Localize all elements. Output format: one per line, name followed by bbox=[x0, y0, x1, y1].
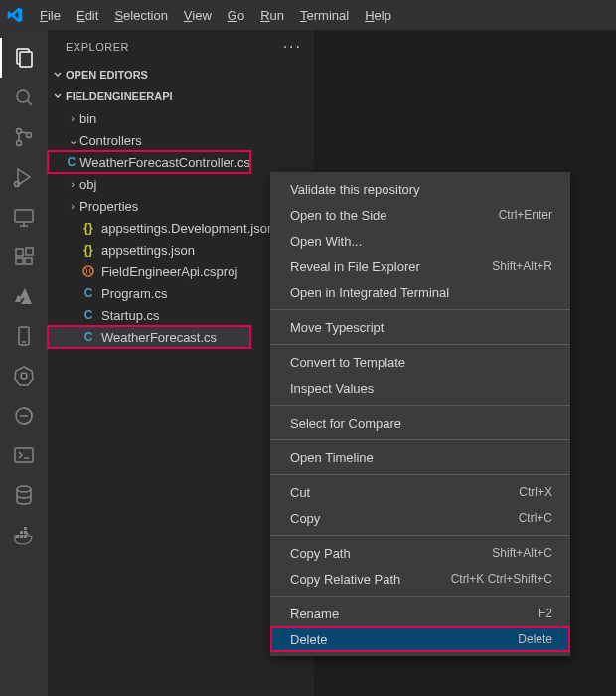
activity-device[interactable] bbox=[0, 316, 48, 356]
chevron-down-icon bbox=[52, 69, 66, 81]
menu-go[interactable]: Go bbox=[220, 4, 252, 27]
activity-extensions[interactable] bbox=[0, 237, 48, 276]
svg-marker-17 bbox=[15, 367, 33, 385]
activity-terminal-panel[interactable] bbox=[0, 435, 48, 475]
activity-remote-explorer[interactable] bbox=[0, 197, 48, 237]
svg-point-18 bbox=[21, 373, 27, 379]
svg-point-7 bbox=[15, 182, 20, 187]
context-menu: Validate this repository Open to the Sid… bbox=[270, 172, 570, 656]
svg-rect-12 bbox=[16, 258, 23, 264]
activity-azure[interactable] bbox=[0, 276, 48, 316]
menu-edit[interactable]: Edit bbox=[69, 4, 106, 27]
project-section[interactable]: FIELDENGINEERAPI bbox=[48, 86, 314, 107]
svg-rect-14 bbox=[26, 248, 33, 255]
separator bbox=[270, 309, 570, 310]
open-editors-section[interactable]: OPEN EDITORS bbox=[48, 64, 314, 86]
menu-terminal[interactable]: Terminal bbox=[292, 4, 357, 27]
activity-source-control[interactable] bbox=[0, 117, 48, 157]
chevron-right-icon: › bbox=[66, 200, 79, 212]
activity-docker[interactable] bbox=[0, 515, 48, 555]
svg-rect-13 bbox=[25, 258, 32, 264]
file-weather-controller[interactable]: · C WeatherForecastController.cs bbox=[48, 151, 250, 173]
ctx-move-typescript[interactable]: Move Typescript bbox=[270, 314, 570, 340]
menu-run[interactable]: Run bbox=[252, 4, 292, 27]
activity-run-debug[interactable] bbox=[0, 157, 48, 197]
file-weather-forecast[interactable]: · C WeatherForecast.cs bbox=[48, 326, 250, 348]
ctx-convert-template[interactable]: Convert to Template bbox=[270, 349, 570, 375]
csharp-file-icon: C bbox=[79, 308, 97, 322]
activity-explorer[interactable] bbox=[0, 38, 48, 78]
ctx-rename[interactable]: RenameF2 bbox=[270, 601, 570, 626]
csharp-file-icon: C bbox=[79, 330, 97, 344]
svg-point-2 bbox=[17, 90, 29, 102]
menu-file[interactable]: File bbox=[32, 4, 69, 27]
menu-selection[interactable]: Selection bbox=[106, 4, 175, 27]
svg-rect-20 bbox=[15, 448, 33, 462]
explorer-header: EXPLORER ··· bbox=[48, 30, 314, 64]
csharp-file-icon: C bbox=[79, 286, 97, 300]
ctx-delete[interactable]: DeleteDelete bbox=[270, 626, 570, 652]
ctx-inspect-values[interactable]: Inspect Values bbox=[270, 375, 570, 401]
activity-database[interactable] bbox=[0, 475, 48, 515]
separator bbox=[270, 405, 570, 406]
svg-point-6 bbox=[27, 133, 32, 138]
svg-point-21 bbox=[17, 486, 31, 492]
menu-view[interactable]: View bbox=[176, 4, 220, 27]
separator bbox=[270, 439, 570, 440]
chevron-down-icon bbox=[52, 90, 66, 102]
separator bbox=[270, 535, 570, 536]
separator bbox=[270, 474, 570, 475]
separator bbox=[270, 344, 570, 345]
activity-live-share[interactable] bbox=[0, 396, 48, 435]
folder-bin[interactable]: › bin bbox=[48, 107, 314, 129]
ctx-select-compare[interactable]: Select for Compare bbox=[270, 410, 570, 435]
csharp-file-icon: C bbox=[68, 155, 77, 169]
separator bbox=[270, 596, 570, 597]
json-file-icon: {} bbox=[79, 243, 97, 257]
csproj-file-icon bbox=[79, 264, 97, 278]
svg-point-4 bbox=[17, 129, 22, 134]
chevron-right-icon: › bbox=[66, 178, 79, 190]
title-bar: File Edit Selection View Go Run Terminal… bbox=[0, 0, 616, 30]
ctx-copy[interactable]: CopyCtrl+C bbox=[270, 505, 570, 531]
svg-rect-27 bbox=[24, 527, 27, 530]
explorer-more-icon[interactable]: ··· bbox=[283, 38, 302, 56]
activity-search[interactable] bbox=[0, 78, 48, 117]
svg-rect-11 bbox=[16, 249, 23, 256]
ctx-open-terminal[interactable]: Open in Integrated Terminal bbox=[270, 279, 570, 305]
ctx-reveal-explorer[interactable]: Reveal in File ExplorerShift+Alt+R bbox=[270, 254, 570, 279]
ctx-cut[interactable]: CutCtrl+X bbox=[270, 479, 570, 505]
folder-controllers[interactable]: ⌄ Controllers bbox=[48, 129, 314, 151]
json-file-icon: {} bbox=[79, 221, 97, 235]
ctx-open-side[interactable]: Open to the SideCtrl+Enter bbox=[270, 202, 570, 228]
chevron-right-icon: › bbox=[66, 112, 79, 124]
activity-bar bbox=[0, 30, 48, 696]
ctx-copy-path[interactable]: Copy PathShift+Alt+C bbox=[270, 540, 570, 566]
ctx-validate-repo[interactable]: Validate this repository bbox=[270, 176, 570, 202]
activity-kubernetes[interactable] bbox=[0, 356, 48, 396]
svg-line-3 bbox=[28, 101, 33, 106]
ctx-open-with[interactable]: Open With... bbox=[270, 228, 570, 254]
svg-rect-8 bbox=[15, 210, 33, 222]
svg-rect-25 bbox=[20, 531, 23, 534]
vscode-icon bbox=[6, 6, 24, 24]
ctx-copy-relative-path[interactable]: Copy Relative PathCtrl+K Ctrl+Shift+C bbox=[270, 566, 570, 592]
menu-help[interactable]: Help bbox=[357, 4, 399, 27]
svg-rect-1 bbox=[20, 52, 32, 67]
svg-point-5 bbox=[17, 141, 22, 146]
ctx-open-timeline[interactable]: Open Timeline bbox=[270, 444, 570, 470]
explorer-title: EXPLORER bbox=[66, 41, 129, 53]
chevron-down-icon: ⌄ bbox=[66, 134, 79, 147]
